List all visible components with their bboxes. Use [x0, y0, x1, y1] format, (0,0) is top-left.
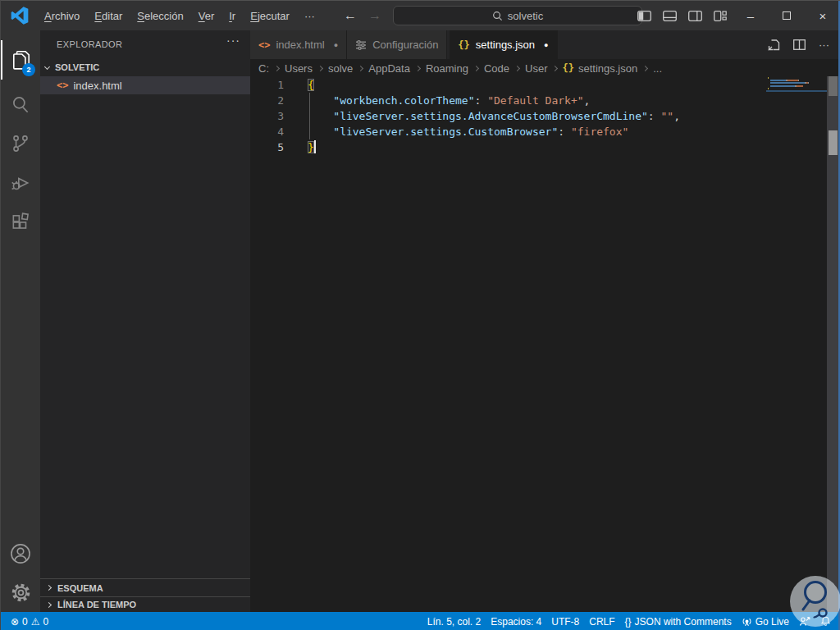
minimap-line — [768, 80, 827, 81]
source-control-icon[interactable] — [1, 124, 40, 163]
history-nav: ← → — [344, 1, 381, 30]
breadcrumb-item[interactable]: solve — [326, 62, 354, 75]
breadcrumb-item[interactable]: settings.json — [577, 62, 639, 75]
activity-bar: 2 — [1, 30, 40, 612]
breadcrumb-item[interactable]: User — [523, 62, 549, 75]
indentation-indicator[interactable]: Espacios: 4 — [486, 616, 546, 628]
chevron-right-icon — [274, 65, 280, 71]
warning-count: 0 — [43, 616, 49, 628]
menu-seleccin[interactable]: Selección — [130, 7, 190, 25]
titlebar-right: – × — [632, 1, 840, 30]
chevron-right-icon — [415, 65, 421, 71]
explorer-actions-button[interactable]: ··· — [226, 34, 240, 47]
breadcrumb-item[interactable]: C: — [257, 62, 271, 75]
line-number: 1 — [250, 77, 301, 93]
chevron-down-icon — [44, 63, 50, 69]
code-line[interactable]: 4 "liveServer.settings.CustomBrowser": "… — [250, 124, 840, 139]
toggle-sidebar-icon[interactable] — [637, 11, 651, 21]
search-sidebar-icon[interactable] — [1, 84, 40, 124]
chevron-right-icon — [358, 65, 363, 71]
minimap-line — [768, 85, 827, 87]
cursor-position[interactable]: Lín. 5, col. 2 — [422, 616, 486, 628]
minimap[interactable] — [768, 76, 827, 101]
folder-section-solvetic[interactable]: SOLVETIC — [40, 58, 250, 76]
editor-group: <> index.html ● Configuración {} setting… — [250, 30, 840, 612]
editor-scrollbar[interactable] — [827, 76, 839, 612]
menu-ejecutar[interactable]: Ejecutar — [243, 7, 297, 25]
menu-editar[interactable]: Editar — [87, 7, 130, 25]
breadcrumb-item[interactable]: AppData — [367, 62, 412, 75]
editor-actions: ··· — [767, 30, 829, 59]
run-debug-icon[interactable] — [1, 163, 40, 203]
scrollbar-thumb[interactable] — [829, 76, 838, 96]
menu-ir[interactable]: Ir — [221, 7, 243, 25]
problems-indicator[interactable]: ⊗ 0 ⚠︎ 0 — [6, 616, 53, 628]
html-file-icon: <> — [258, 39, 270, 51]
open-settings-ui-icon[interactable] — [767, 39, 780, 52]
code-editor[interactable]: 1{2 "workbench.colorTheme": "Default Dar… — [250, 77, 840, 612]
tab-label: Configuración — [372, 39, 438, 51]
code-line[interactable]: 1{ — [250, 77, 840, 93]
toggle-panel-icon[interactable] — [663, 11, 677, 21]
code-lines: 1{2 "workbench.colorTheme": "Default Dar… — [250, 77, 840, 155]
outline-section[interactable]: ESQUEMA — [40, 578, 250, 596]
customize-layout-icon[interactable] — [714, 11, 727, 21]
toggle-secondary-sidebar-icon[interactable] — [688, 11, 702, 21]
minimap-line — [768, 77, 827, 79]
forward-arrow-icon: → — [368, 8, 381, 23]
modified-dot-icon[interactable]: ● — [544, 41, 548, 49]
explorer-badge: 2 — [22, 63, 35, 76]
breadcrumb-item[interactable]: Users — [283, 62, 314, 75]
magnifier-overlay-graphic — [790, 576, 840, 627]
back-arrow-icon[interactable]: ← — [344, 8, 357, 23]
menu-ver[interactable]: Ver — [191, 7, 222, 25]
menu-[interactable]: ··· — [297, 7, 322, 25]
minimize-button[interactable]: – — [733, 1, 769, 30]
language-mode[interactable]: {} JSON with Comments — [620, 616, 737, 628]
tab-label: index.html — [276, 39, 324, 51]
tab-label: settings.json — [476, 39, 535, 51]
accounts-icon[interactable] — [1, 534, 40, 573]
breadcrumb-item[interactable]: Roaming — [424, 62, 470, 75]
tab-bar: <> index.html ● Configuración {} setting… — [250, 30, 840, 59]
sidebar-header: EXPLORADOR ··· — [40, 30, 250, 58]
breadcrumb-item[interactable]: Code — [482, 62, 511, 75]
line-content: "liveServer.settings.AdvanceCustomBrowse… — [301, 108, 680, 124]
code-line[interactable]: 3 "liveServer.settings.AdvanceCustomBrow… — [250, 108, 840, 124]
line-number: 5 — [250, 139, 301, 155]
code-line[interactable]: 2 "workbench.colorTheme": "Default Dark+… — [250, 93, 840, 108]
split-editor-icon[interactable] — [793, 39, 806, 50]
settings-gear-icon[interactable] — [1, 573, 40, 612]
extensions-icon[interactable] — [1, 203, 40, 242]
close-button[interactable]: × — [805, 1, 840, 30]
tab-settings-json[interactable]: {} settings.json ● — [450, 30, 557, 59]
go-live-button[interactable]: Go Live — [737, 616, 794, 628]
scrollbar-thumb-secondary[interactable] — [829, 130, 838, 155]
timeline-label: LÍNEA DE TIEMPO — [57, 600, 136, 609]
braces-icon: {} — [625, 616, 632, 628]
timeline-section[interactable]: LÍNEA DE TIEMPO — [40, 596, 250, 612]
tab-index-html[interactable]: <> index.html ● — [250, 30, 347, 59]
minimap-line — [768, 82, 827, 84]
code-line[interactable]: 5} — [250, 139, 840, 155]
chevron-right-icon — [46, 585, 52, 591]
error-count: 0 — [22, 616, 28, 628]
encoding-indicator[interactable]: UTF-8 — [546, 616, 584, 628]
eol-indicator[interactable]: CRLF — [584, 616, 619, 628]
tab-configuracion[interactable]: Configuración — [347, 30, 447, 59]
explorer-icon[interactable]: 2 — [1, 40, 40, 80]
command-center-search[interactable]: solvetic — [393, 6, 642, 25]
maximize-button[interactable] — [769, 1, 805, 30]
file-item-index-html[interactable]: <> index.html — [40, 76, 250, 94]
status-bar: ⊗ 0 ⚠︎ 0 Lín. 5, col. 2 Espacios: 4 UTF-… — [1, 612, 840, 630]
modified-dot-icon[interactable]: ● — [334, 41, 338, 49]
vscode-window: ArchivoEditarSelecciónVerIrEjecutar··· ←… — [0, 0, 840, 630]
breadcrumb-item[interactable]: ... — [651, 62, 664, 75]
chevron-right-icon — [552, 65, 558, 71]
settings-sliders-icon — [355, 39, 367, 51]
menu-archivo[interactable]: Archivo — [37, 7, 87, 25]
title-bar: ArchivoEditarSelecciónVerIrEjecutar··· ←… — [1, 1, 840, 30]
line-number: 2 — [250, 93, 301, 108]
more-actions-button[interactable]: ··· — [819, 39, 829, 51]
line-number: 4 — [250, 124, 301, 139]
